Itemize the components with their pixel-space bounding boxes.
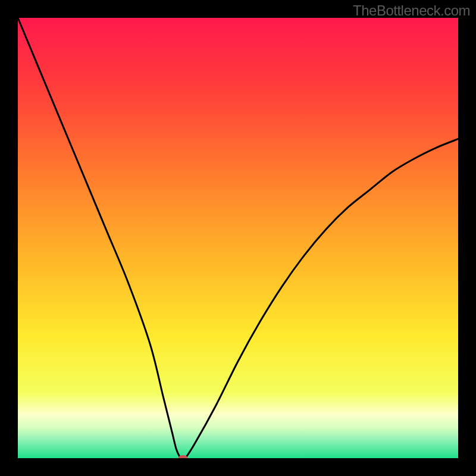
chart-svg bbox=[18, 18, 458, 458]
plot-area bbox=[18, 18, 458, 458]
watermark-text: TheBottleneck.com bbox=[353, 2, 470, 19]
gradient-background bbox=[18, 18, 458, 458]
